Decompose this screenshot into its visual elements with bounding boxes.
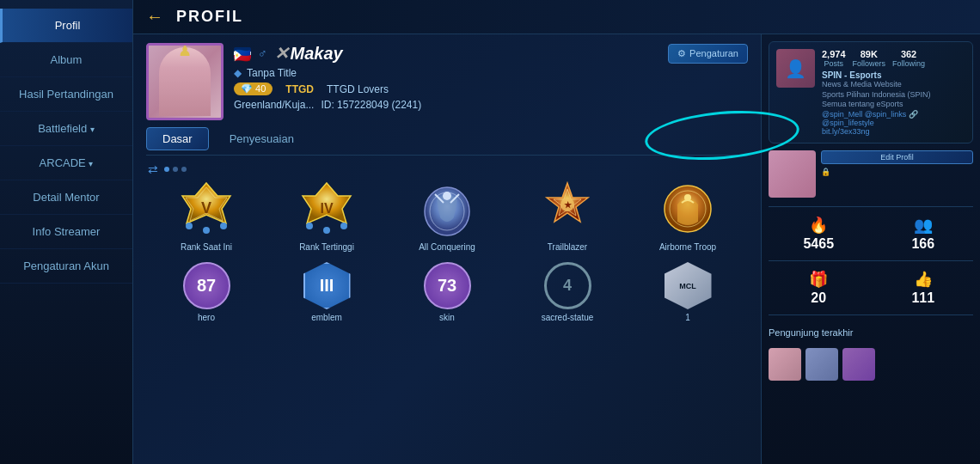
rank-tertinggi-label: Rank Tertinggi	[299, 242, 354, 252]
mcl-label: 1	[685, 313, 690, 322]
header-bar: ← PROFIL	[133, 0, 980, 34]
dot-1	[164, 167, 169, 172]
skin-badge-icon: 73	[424, 262, 471, 309]
content-area: 🇵🇭 ♂ ✕Makay ⚙ Pengaturan ◆	[133, 34, 980, 464]
social-stat-following: 362 Following	[892, 49, 925, 68]
username: ✕Makay	[274, 43, 343, 64]
username-prefix: ✕	[274, 44, 289, 63]
profile-section: 🇵🇭 ♂ ✕Makay ⚙ Pengaturan ◆	[133, 34, 761, 464]
tab-dasar[interactable]: Dasar	[146, 127, 209, 150]
settings-icon: ⚙	[677, 48, 686, 59]
sidebar-item-detail-mentor[interactable]: Detail Mentor	[0, 180, 132, 215]
stat-emblem: III emblem	[271, 262, 383, 322]
social-name: SPIN - Esports	[822, 70, 965, 80]
stat-skin: 73 skin	[391, 262, 503, 322]
badge-all-conquering: All Conquering	[391, 179, 503, 252]
social-desc1: News & Media Website	[822, 80, 965, 90]
right-stat-people: 👥 166	[873, 216, 974, 252]
flag-icon: 🇵🇭	[234, 47, 251, 59]
sidebar: Profil Album Hasil Pertandingan Battlefi…	[0, 0, 133, 464]
visitor-avatar-3	[842, 348, 875, 381]
like-stat: 👍 111	[873, 270, 974, 306]
emblem-diamond: III	[303, 262, 351, 309]
edit-profile-button[interactable]: Edit Profil	[821, 150, 973, 164]
hero-label: hero	[198, 313, 215, 322]
gender-icon: ♂	[258, 46, 267, 60]
all-conquering-icon	[417, 179, 477, 239]
sidebar-item-hasil[interactable]: Hasil Pertandingan	[0, 77, 132, 112]
svg-point-9	[323, 227, 330, 234]
svg-point-10	[340, 223, 347, 229]
airborne-troop-label: Airborne Troop	[659, 242, 716, 252]
location-text: Greenland/Kuja...	[234, 99, 314, 111]
player-title: Tanpa Title	[247, 67, 297, 79]
skin-label: skin	[439, 313, 455, 322]
edit-profile-text: 🔒	[821, 168, 973, 178]
stat-sacred-statue: 4 sacred-statue	[511, 262, 623, 322]
svg-point-8	[306, 223, 313, 229]
tab-penyesuaian[interactable]: Penyesuaian	[213, 127, 310, 150]
emblem-badge-icon: III	[303, 262, 351, 309]
hero-badge-icon: 87	[183, 262, 230, 309]
sacred-statue-ring: 4	[544, 262, 591, 309]
nav-arrows: ⇄	[146, 162, 748, 176]
trailblazer-icon: ★	[537, 179, 597, 239]
rank-saat-ini-label: Rank Saat Ini	[181, 242, 232, 252]
dot-3	[181, 167, 187, 172]
social-avatar: 👤	[776, 49, 815, 88]
tab-bar: Dasar Penyesuaian	[146, 127, 748, 156]
sacred-statue-badge-icon: 4	[544, 262, 591, 309]
emblem-label: emblem	[311, 313, 342, 322]
nav-arrow-left[interactable]: ⇄	[148, 162, 158, 176]
title-row: ◆ Tanpa Title	[234, 67, 748, 79]
all-conquering-label: All Conquering	[419, 242, 475, 252]
visitor-avatar-2	[805, 348, 838, 381]
sacred-statue-label: sacred-statue	[542, 313, 594, 322]
visitors-row	[769, 348, 973, 381]
gift-icon: 🎁	[809, 270, 828, 289]
right-stat-fire: 🔥 5465	[769, 216, 869, 252]
guild-tag: TTGD	[285, 83, 314, 95]
sidebar-item-arcade[interactable]: ARCADE	[0, 146, 132, 180]
back-button[interactable]: ←	[146, 7, 163, 27]
social-info: 2,974 Posts 89K Followers 362 Following …	[822, 49, 965, 136]
social-link2: bit.ly/3ex33ng	[822, 127, 965, 136]
rank-tertinggi-icon: IV	[297, 179, 357, 239]
sidebar-item-profil[interactable]: Profil	[0, 9, 132, 43]
svg-text:V: V	[200, 199, 211, 217]
svg-point-5	[220, 223, 227, 229]
id-row: Greenland/Kuja... ID: 157228049 (2241)	[234, 99, 748, 111]
sidebar-item-pengaturan-akun[interactable]: Pengaturan Akun	[0, 249, 132, 284]
svg-point-20	[684, 194, 691, 201]
people-icon: 👥	[914, 216, 933, 235]
svg-text:IV: IV	[320, 201, 333, 216]
people-count: 166	[911, 236, 934, 252]
social-desc2: Sports Pilihan Indonesia (SPIN)	[822, 90, 965, 101]
sidebar-item-album[interactable]: Album	[0, 43, 132, 77]
right-panel: 👤 2,974 Posts 89K Followers 362	[761, 34, 980, 464]
player-id: ID: 157228049 (2241)	[321, 99, 421, 111]
settings-button[interactable]: ⚙ Pengaturan	[668, 44, 748, 64]
badge-trailblazer: ★ Trailblazer	[511, 179, 623, 252]
svg-point-3	[186, 223, 193, 229]
profile-top: 🇵🇭 ♂ ✕Makay ⚙ Pengaturan ◆	[146, 43, 748, 120]
sidebar-item-battlefield[interactable]: Battlefield	[0, 112, 132, 146]
profile-name-row: 🇵🇭 ♂ ✕Makay ⚙ Pengaturan	[234, 43, 748, 64]
avatar-inner	[149, 46, 221, 118]
svg-text:★: ★	[563, 200, 572, 210]
divider-3	[769, 314, 973, 315]
edit-profile-thumb	[769, 150, 816, 198]
dot-2	[173, 167, 178, 172]
main-content: ← PROFIL 🇵🇭 ♂	[133, 0, 980, 464]
social-stats-row: 2,974 Posts 89K Followers 362 Following	[822, 49, 965, 68]
edit-profile-area: Edit Profil 🔒	[769, 150, 973, 198]
diamond-icon: ◆	[234, 67, 242, 79]
airborne-troop-icon	[658, 179, 718, 239]
sidebar-item-info-streamer[interactable]: Info Streamer	[0, 215, 132, 249]
avatar	[146, 43, 224, 120]
like-icon: 👍	[914, 270, 933, 289]
gift-like-row: 🎁 20 👍 111	[769, 270, 973, 306]
visitor-avatar-1	[769, 348, 801, 381]
mcl-badge-icon: MCL	[665, 262, 712, 309]
badge-airborne-troop: Airborne Troop	[632, 179, 744, 252]
